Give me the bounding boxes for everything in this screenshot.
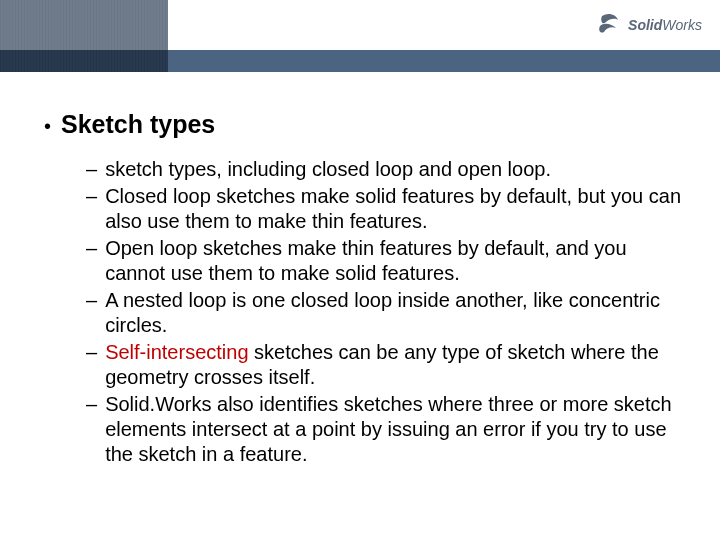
ds-logo-icon xyxy=(596,12,622,38)
list-item: – A nested loop is one closed loop insid… xyxy=(86,288,682,338)
slide-title: Sketch types xyxy=(61,110,215,139)
bullet-list: – sketch types, including closed loop an… xyxy=(86,157,682,467)
bullet-icon: • xyxy=(44,115,51,138)
list-item: – Closed loop sketches make solid featur… xyxy=(86,184,682,234)
header-logo-area: SolidWorks xyxy=(168,0,720,50)
dash-icon: – xyxy=(86,288,97,313)
slide-content: • Sketch types – sketch types, including… xyxy=(0,72,720,467)
list-item-text: Closed loop sketches make solid features… xyxy=(105,184,682,234)
list-item-text: A nested loop is one closed loop inside … xyxy=(105,288,682,338)
dash-icon: – xyxy=(86,340,97,365)
dash-icon: – xyxy=(86,184,97,209)
header-accent-block-lower xyxy=(0,50,168,72)
list-item: – sketch types, including closed loop an… xyxy=(86,157,682,182)
dash-icon: – xyxy=(86,236,97,261)
title-row: • Sketch types xyxy=(38,110,682,139)
dash-icon: – xyxy=(86,392,97,417)
highlight-word: Self-intersecting xyxy=(105,341,248,363)
list-item-text: sketch types, including closed loop and … xyxy=(105,157,551,182)
list-item: – Open loop sketches make thin features … xyxy=(86,236,682,286)
list-item-text: Solid.Works also identifies sketches whe… xyxy=(105,392,682,467)
brand-text: SolidWorks xyxy=(628,17,702,33)
dash-icon: – xyxy=(86,157,97,182)
header-top-row: SolidWorks xyxy=(0,0,720,50)
brand-prefix: Solid xyxy=(628,17,662,33)
solidworks-logo: SolidWorks xyxy=(596,12,702,38)
list-item: – Solid.Works also identifies sketches w… xyxy=(86,392,682,467)
brand-suffix: Works xyxy=(662,17,702,33)
slide-header: SolidWorks xyxy=(0,0,720,72)
list-item-text: Self-intersecting sketches can be any ty… xyxy=(105,340,682,390)
list-item: – Self-intersecting sketches can be any … xyxy=(86,340,682,390)
list-item-text: Open loop sketches make thin features by… xyxy=(105,236,682,286)
header-accent-block xyxy=(0,0,168,50)
